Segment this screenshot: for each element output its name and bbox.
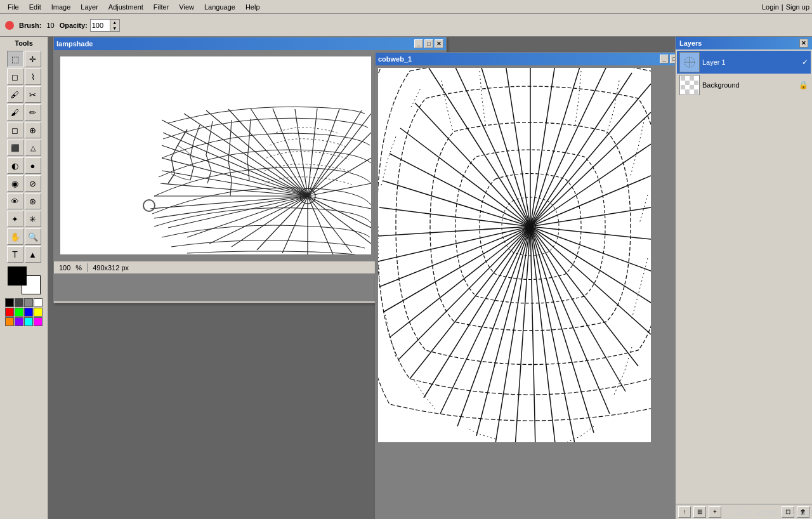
tool-text[interactable]: T (7, 246, 23, 263)
cobweb-content: 43 % 880x1245 px (376, 65, 675, 519)
layer-1-row[interactable]: Layer 1 ✓ (677, 51, 811, 74)
tools-title: Tools (15, 39, 33, 47)
version-info: v:8.7 - 43 FPS 174.52 MB (737, 511, 809, 518)
tool-smudge[interactable]: ⊘ (25, 175, 41, 192)
opacity-up-button[interactable]: ▲ (110, 20, 119, 25)
menu-help[interactable]: Help (240, 2, 265, 12)
opacity-label: Opacity: (60, 22, 88, 29)
tool-lasso[interactable]: ⌇ (25, 69, 41, 85)
swatch-darkgray[interactable] (15, 298, 23, 307)
tool-clone[interactable]: 👁 (7, 193, 23, 209)
tool-brush[interactable]: 🖌 (7, 104, 23, 121)
opacity-down-button[interactable]: ▼ (110, 25, 119, 31)
tool-paint-bucket[interactable]: ⬛ (7, 140, 23, 156)
svg-rect-89 (690, 76, 694, 81)
tool-healing[interactable]: ⊕ (25, 122, 41, 138)
main-area: Tools ⬚ ✛ ◻ ⌇ 🖋 ✂ 🖌 ✏ ◻ ⊕ ⬛ △ ◐ ● (0, 37, 812, 519)
layer-new-from-visible-button[interactable]: ⊞ (693, 506, 706, 518)
menu-filter[interactable]: Filter (148, 2, 174, 12)
opacity-input[interactable] (91, 21, 110, 30)
canvas-area: lampshade _ □ ✕ (48, 37, 675, 519)
cobweb-drawing (378, 68, 651, 442)
layers-spacer (676, 278, 812, 504)
swatch-purple[interactable] (15, 317, 23, 326)
tool-gradient[interactable]: △ (25, 140, 41, 156)
login-link[interactable]: Login (762, 3, 779, 11)
cobweb-window: cobweb_1 _ □ ✕ (375, 52, 675, 519)
cobweb-canvas[interactable] (378, 68, 651, 442)
swatch-green[interactable] (15, 308, 23, 317)
layer-move-up-button[interactable]: ↑ (678, 506, 691, 518)
layer-new-button[interactable]: + (709, 506, 721, 518)
tool-eraser[interactable]: ◻ (7, 122, 23, 138)
tool-select-rect[interactable]: ⬚ (7, 51, 23, 67)
cobweb-titlebar[interactable]: cobweb_1 _ □ ✕ (376, 53, 675, 65)
opacity-input-group: ▲ ▼ (90, 19, 120, 32)
swatch-yellow[interactable] (34, 308, 43, 317)
menu-image[interactable]: Image (46, 2, 76, 12)
lampshade-zoom-unit: % (75, 264, 82, 272)
cobweb-title: cobweb_1 (378, 55, 658, 63)
tool-shapes[interactable]: ▲ (25, 246, 41, 263)
tool-select-ellipse[interactable]: ◻ (7, 69, 23, 85)
svg-rect-91 (694, 81, 698, 85)
lampshade-zoom: 100 (59, 264, 70, 272)
swatch-blue[interactable] (24, 308, 33, 317)
swatch-red[interactable] (5, 308, 14, 317)
tool-row-9: 👁 ⊛ (7, 193, 41, 209)
lampshade-minimize-button[interactable]: _ (414, 39, 423, 48)
tool-pencil[interactable]: ✏ (25, 104, 41, 121)
lampshade-canvas[interactable] (60, 56, 371, 254)
svg-rect-94 (685, 89, 690, 94)
tool-row-4: 🖌 ✏ (7, 104, 41, 121)
tool-hand[interactable]: ✋ (7, 228, 23, 245)
tool-history-brush[interactable]: ⊛ (25, 193, 41, 209)
background-layer-row[interactable]: Background 🔒 (677, 74, 811, 96)
tool-transform[interactable]: ✳ (25, 211, 41, 227)
tool-crop[interactable]: ✂ (25, 86, 41, 103)
swatches-grid (5, 298, 43, 326)
tool-row-6: ⬛ △ (7, 140, 41, 156)
brush-size-value: 10 (46, 22, 54, 29)
background-layer-name: Background (702, 81, 796, 89)
tool-eyedropper[interactable]: 🖋 (7, 86, 23, 103)
tool-move[interactable]: ✛ (25, 51, 41, 67)
tool-zoom[interactable]: 🔍 (25, 228, 41, 245)
opacity-container: Opacity: ▲ ▼ (60, 19, 120, 32)
tool-blur[interactable]: ◉ (7, 175, 23, 192)
swatch-white[interactable] (34, 298, 43, 307)
foreground-color-swatch[interactable] (8, 266, 27, 286)
menu-file[interactable]: File (3, 2, 24, 12)
pipe-divider: | (782, 3, 783, 11)
swatch-orange[interactable] (5, 317, 14, 326)
svg-rect-93 (690, 85, 694, 89)
swatch-cyan[interactable] (24, 317, 33, 326)
tool-burn[interactable]: ● (25, 157, 41, 174)
tool-path[interactable]: ✦ (7, 211, 23, 227)
signup-link[interactable]: Sign up (786, 3, 809, 11)
swatch-black[interactable] (5, 298, 14, 307)
status-divider-1 (87, 263, 88, 272)
menu-bar: File Edit Image Layer Adjustment Filter … (0, 0, 812, 14)
cobweb-maximize-button[interactable]: □ (670, 55, 675, 63)
cobweb-minimize-button[interactable]: _ (660, 55, 669, 63)
tool-row-10: ✦ ✳ (7, 211, 41, 227)
tool-row-3: 🖋 ✂ (7, 86, 41, 103)
menu-language[interactable]: Language (199, 2, 240, 12)
swatch-gray[interactable] (24, 298, 33, 307)
tool-row-5: ◻ ⊕ (7, 122, 41, 138)
lampshade-close-button[interactable]: ✕ (435, 39, 443, 48)
tool-dodge[interactable]: ◐ (7, 157, 23, 174)
menu-adjustment[interactable]: Adjustment (103, 2, 148, 12)
menu-layer[interactable]: Layer (75, 2, 103, 12)
lampshade-titlebar[interactable]: lampshade _ □ ✕ (54, 37, 446, 50)
lampshade-drawing (60, 56, 371, 254)
tool-row-2: ◻ ⌇ (7, 69, 41, 85)
layers-close-button[interactable]: ✕ (799, 39, 808, 48)
swatch-magenta[interactable] (34, 317, 43, 326)
menu-edit[interactable]: Edit (24, 2, 46, 12)
color-swatches (8, 266, 41, 294)
menu-view[interactable]: View (174, 2, 199, 12)
svg-rect-90 (685, 81, 690, 85)
lampshade-maximize-button[interactable]: □ (424, 39, 433, 48)
